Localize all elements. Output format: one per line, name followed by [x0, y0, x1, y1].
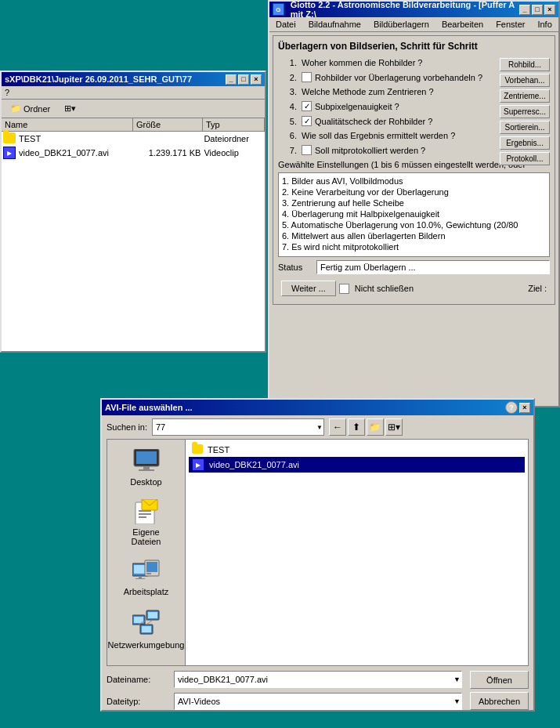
svg-rect-22	[142, 626, 151, 632]
menu-fenster[interactable]: Fenster	[493, 19, 528, 30]
help-button[interactable]: ?	[505, 401, 518, 414]
menu-item-question[interactable]: ?	[5, 88, 9, 97]
bottom-bar: Weiter ... Nicht schließen Ziel :	[278, 277, 550, 299]
menu-bilduberlagern[interactable]: Bildüberlagern	[370, 19, 432, 30]
giotto-titlebar: G Giotto 2.2 - Astronomische Bildverarbe…	[269, 2, 558, 17]
checkbox-4[interactable]: ✓	[302, 101, 312, 111]
step-num-3: 3.	[278, 87, 297, 96]
svg-rect-15	[146, 562, 157, 572]
nicht-schliessen-option: Nicht schließen	[339, 284, 414, 294]
checkbox-2[interactable]	[302, 72, 312, 82]
avi-close-button[interactable]: ×	[519, 403, 530, 413]
dateityp-row: Dateityp: AVI-Videos ▼	[107, 693, 462, 710]
avi-fields: Dateiname: ▼ Dateityp: AVI-Videos ▼	[107, 671, 462, 715]
documents-icon	[132, 499, 161, 524]
list-item[interactable]: TEST	[189, 443, 525, 457]
giotto-maximize-button[interactable]: □	[532, 5, 543, 15]
step-row-6: 6. Wie soll das Ergebnis ermittelt werde…	[278, 131, 495, 140]
close-button[interactable]: ×	[251, 74, 262, 85]
step-label-2: Rohbilder vor Überlagerung vorbehandeln …	[315, 73, 495, 82]
step-row-2: 2. Rohbilder vor Überlagerung vorbehande…	[278, 72, 495, 82]
dateiname-row: Dateiname: ▼	[107, 671, 462, 688]
suchen-select[interactable]: 77	[152, 418, 324, 436]
abbrechen-button[interactable]: Abbrechen	[470, 692, 529, 710]
sidebar-item-documents[interactable]: Eigene Dateien	[115, 496, 178, 549]
avi-body: Desktop Eigene Dateien	[102, 439, 533, 666]
svg-line-24	[146, 620, 153, 625]
folder-name: TEST	[208, 445, 229, 455]
giotto-close-button[interactable]: ×	[544, 5, 555, 15]
ordner-button[interactable]: 📁 Ordner	[5, 101, 56, 116]
nav-up-button[interactable]: ⬆	[348, 418, 365, 436]
documents-label: Eigene Dateien	[118, 527, 175, 546]
col-name[interactable]: Name	[2, 118, 133, 131]
sortieren-button[interactable]: Sortierein...	[500, 121, 550, 134]
giotto-minimize-button[interactable]: _	[519, 5, 530, 15]
weiter-button[interactable]: Weiter ...	[281, 281, 336, 296]
summary-item-5: 5. Automatische Überlagerung von 10.0%, …	[282, 220, 546, 230]
rohbild-button[interactable]: Rohbild...	[500, 58, 550, 71]
dateiname-label: Dateiname:	[107, 675, 169, 684]
menu-bearbeiten[interactable]: Bearbeiten	[439, 19, 486, 30]
vorbehandeln-button[interactable]: Vorbehan...	[500, 74, 550, 87]
svg-rect-16	[146, 573, 151, 574]
suchen-select-wrapper: 77 ▼	[152, 418, 324, 436]
protokoll-button[interactable]: Protokoll...	[500, 152, 550, 165]
minimize-button[interactable]: _	[226, 74, 237, 85]
video-file-icon: ▶	[192, 458, 204, 471]
col-size[interactable]: Größe	[133, 118, 203, 131]
suchen-label: Suchen in:	[107, 422, 147, 432]
step-label-3: Welche Methode zum Zentrieren ?	[302, 87, 495, 96]
window-controls: _ □ ×	[226, 74, 262, 85]
maximize-button[interactable]: □	[238, 74, 249, 85]
status-bar: Status Fertig zum Überlagern ...	[278, 260, 550, 274]
file-explorer-menu: ?	[2, 86, 265, 100]
sidebar-item-network[interactable]: Netzwerkumgebung	[115, 606, 178, 653]
superresolution-button[interactable]: Superresc...	[500, 105, 550, 118]
checkbox-7[interactable]	[302, 145, 312, 155]
nav-view-button[interactable]: ⊞▾	[385, 418, 403, 436]
nav-buttons: ← ⬆ 📁 ⊞▾	[329, 418, 403, 436]
step-label-7: Soll mitprotokolliert werden ?	[315, 146, 495, 155]
step-row-4: 4. ✓ Subpixelgenauigkeit ?	[278, 101, 495, 111]
file-name: video_DBK21_0077.avi	[19, 148, 137, 158]
ergebnis-button[interactable]: Ergebnis...	[500, 136, 550, 150]
nav-new-folder-button[interactable]: 📁	[367, 418, 384, 436]
file-size: 1.239.171 KB	[137, 148, 204, 158]
desktop-icon	[132, 449, 161, 474]
step-num-4: 4.	[278, 102, 297, 111]
folder-icon	[3, 132, 16, 145]
nicht-schliessen-checkbox[interactable]	[339, 284, 349, 294]
svg-rect-7	[139, 513, 151, 515]
dateityp-select[interactable]: AVI-Videos	[174, 693, 462, 710]
desktop-label: Desktop	[130, 477, 161, 487]
folder-icon	[192, 444, 203, 455]
file-type: Videoclip	[204, 148, 263, 158]
oeffnen-button[interactable]: Öffnen	[470, 671, 529, 689]
sidebar-item-computer[interactable]: Arbeitsplatz	[115, 556, 178, 599]
list-item[interactable]: ▶ video_DBK21_0077.avi	[189, 457, 525, 473]
computer-icon	[132, 559, 161, 584]
table-row[interactable]: ▶ video_DBK21_0077.avi 1.239.171 KB Vide…	[2, 146, 265, 160]
menu-bildaufnahme[interactable]: Bildaufnahme	[305, 19, 364, 30]
sidebar-item-desktop[interactable]: Desktop	[115, 446, 178, 490]
col-type[interactable]: Typ	[203, 118, 265, 131]
view-button[interactable]: ⊞▾	[59, 101, 81, 116]
table-row[interactable]: TEST Dateiordner	[2, 132, 265, 146]
summary-item-1: 1. Bilder aus AVI, Vollbildmodus	[282, 176, 546, 186]
nav-back-button[interactable]: ←	[329, 418, 346, 436]
file-list-header: Name Größe Typ	[2, 118, 265, 132]
checkbox-5[interactable]: ✓	[302, 116, 312, 126]
giotto-win-controls: _ □ ×	[519, 5, 555, 15]
svg-rect-18	[134, 617, 143, 623]
step-label-1: Woher kommen die Rohbilder ?	[302, 58, 495, 67]
dateiname-input[interactable]	[174, 671, 462, 688]
svg-rect-3	[139, 469, 154, 471]
menu-info[interactable]: Info	[534, 19, 555, 30]
video-filename: video_DBK21_0077.avi	[209, 460, 299, 469]
zentrieren-button[interactable]: Zentrieme...	[500, 89, 550, 103]
avi-fields-row: Dateiname: ▼ Dateityp: AVI-Videos ▼	[107, 671, 529, 715]
summary-item-7: 7. Es wird nicht mitprotokolliert	[282, 242, 546, 252]
folder-icon: 📁	[10, 103, 21, 114]
menu-datei[interactable]: Datei	[273, 19, 299, 30]
